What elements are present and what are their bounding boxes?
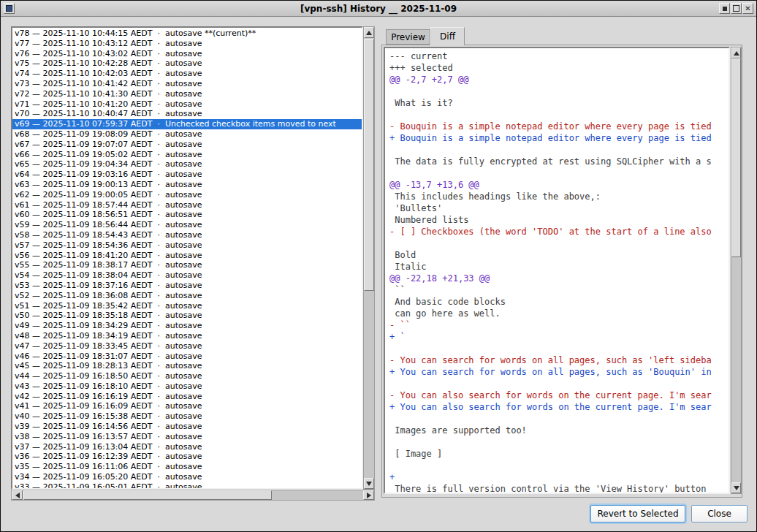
history-list-hscrollbar[interactable] [11, 490, 375, 501]
history-list-item[interactable]: v72 — 2025-11-10 10:41:30 AEDT · autosav… [12, 89, 362, 99]
diff-line-hunk: @@ -2,7 +2,7 @@ [389, 74, 727, 86]
diff-line-ctx: `` [389, 284, 727, 296]
diff-line-add: + You can also search for words on the c… [389, 401, 727, 413]
diff-line-blank [389, 144, 727, 156]
history-list-item[interactable]: v47 — 2025-11-09 18:33:45 AEDT · autosav… [12, 341, 362, 352]
history-list-item[interactable]: v39 — 2025-11-09 16:14:56 AEDT · autosav… [12, 422, 362, 432]
history-list-item[interactable]: v38 — 2025-11-09 16:13:57 AEDT · autosav… [12, 432, 362, 442]
minimize-icon [723, 7, 727, 11]
history-list-item[interactable]: v54 — 2025-11-09 18:38:04 AEDT · autosav… [12, 270, 362, 281]
history-list-item[interactable]: v34 — 2025-11-09 16:05:20 AEDT · autosav… [12, 472, 362, 482]
history-list-item[interactable]: v35 — 2025-11-09 16:11:06 AEDT · autosav… [12, 462, 362, 472]
history-list-item[interactable]: v36 — 2025-11-09 16:12:39 AEDT · autosav… [12, 452, 362, 462]
tab-diff-label: Diff [440, 31, 455, 42]
history-list-item[interactable]: v33 — 2025-11-09 16:05:01 AEDT · autosav… [12, 482, 362, 490]
diff-line-ctx: can go here as well. [389, 308, 727, 319]
diff-scroll-down-arrow[interactable] [731, 482, 741, 493]
history-list-item[interactable]: v73 — 2025-11-10 10:41:42 AEDT · autosav… [12, 79, 362, 89]
arrow-left-icon [15, 493, 20, 498]
history-list-item[interactable]: v65 — 2025-11-09 19:04:34 AEDT · autosav… [12, 159, 362, 170]
history-list-item[interactable]: v52 — 2025-11-09 18:36:08 AEDT · autosav… [12, 291, 362, 301]
diff-line-ctx: This includes headings like the above,: [389, 191, 727, 202]
scroll-left-arrow[interactable] [12, 490, 23, 500]
history-list-item[interactable]: v37 — 2025-11-09 16:13:04 AEDT · autosav… [12, 442, 362, 452]
diff-line-add: + [389, 471, 727, 483]
history-list-item[interactable]: v55 — 2025-11-09 18:38:17 AEDT · autosav… [12, 260, 362, 270]
diff-line-blank [389, 167, 727, 179]
history-list-item[interactable]: v76 — 2025-11-10 10:43:02 AEDT · autosav… [12, 49, 362, 59]
history-list-item[interactable]: v71 — 2025-11-10 10:41:20 AEDT · autosav… [12, 99, 362, 110]
diff-line-blank [389, 86, 727, 97]
history-list-item[interactable]: v77 — 2025-11-10 10:43:12 AEDT · autosav… [12, 39, 362, 49]
history-list-item[interactable]: v56 — 2025-11-09 18:41:20 AEDT · autosav… [12, 251, 362, 261]
diff-pane: --- current+++ selected@@ -2,7 +2,7 @@ W… [381, 45, 742, 498]
history-list-item[interactable]: v63 — 2025-11-09 19:00:13 AEDT · autosav… [12, 180, 362, 190]
history-list-item[interactable]: v41 — 2025-11-09 16:16:09 AEDT · autosav… [12, 401, 362, 411]
diff-line-blank [389, 343, 727, 354]
revert-to-selected-button[interactable]: Revert to Selected [590, 505, 685, 522]
history-list-item[interactable]: v46 — 2025-11-09 18:31:07 AEDT · autosav… [12, 352, 362, 362]
arrow-up-icon [734, 51, 739, 56]
history-list-item[interactable]: v42 — 2025-11-09 16:16:19 AEDT · autosav… [12, 392, 362, 402]
history-list-item[interactable]: v64 — 2025-11-09 19:03:16 AEDT · autosav… [12, 170, 362, 180]
history-list-vscrollbar-thumb[interactable] [364, 39, 374, 291]
diff-line-meta: +++ selected [389, 62, 727, 74]
arrow-right-icon [367, 493, 371, 498]
diff-line-blank [389, 413, 727, 425]
diff-line-hunk: @@ -22,18 +21,33 @@ [389, 273, 727, 284]
close-icon: ✕ [745, 5, 750, 12]
arrow-down-icon [734, 486, 739, 490]
history-list-item[interactable]: v74 — 2025-11-10 10:42:03 AEDT · autosav… [12, 69, 362, 79]
history-list-item[interactable]: v48 — 2025-11-09 18:34:19 AEDT · autosav… [12, 331, 362, 341]
titlebar-close-button[interactable]: ✕ [742, 3, 753, 14]
diff-line-blank [389, 378, 727, 390]
history-list-item[interactable]: v49 — 2025-11-09 18:34:29 AEDT · autosav… [12, 321, 362, 331]
diff-vscrollbar[interactable] [731, 47, 742, 494]
history-list-item[interactable]: v62 — 2025-11-09 19:00:05 AEDT · autosav… [12, 190, 362, 200]
diff-line-add: + You can search for words on all pages,… [389, 366, 727, 378]
diff-line-del: - You can also search for words on the c… [389, 390, 727, 401]
history-list-item[interactable]: v78 — 2025-11-10 10:44:15 AEDT · autosav… [12, 28, 362, 39]
history-list-item[interactable]: v61 — 2025-11-09 18:57:44 AEDT · autosav… [12, 200, 362, 210]
titlebar: [vpn-ssh] History __ 2025-11-09 ✕ [1, 1, 756, 17]
diff-line-ctx: What is it? [389, 97, 727, 109]
history-list[interactable]: v78 — 2025-11-10 10:44:15 AEDT · autosav… [11, 26, 363, 490]
tab-diff[interactable]: Diff [430, 27, 465, 45]
history-list-item[interactable]: v53 — 2025-11-09 18:37:16 AEDT · autosav… [12, 281, 362, 291]
history-list-item[interactable]: v69 — 2025-11-10 07:59:37 AEDT · Uncheck… [12, 119, 362, 129]
history-list-item[interactable]: v44 — 2025-11-09 16:18:50 AEDT · autosav… [12, 371, 362, 381]
history-list-hscrollbar-thumb[interactable] [23, 490, 272, 500]
history-list-item[interactable]: v70 — 2025-11-10 10:40:47 AEDT · autosav… [12, 109, 362, 119]
window-title: [vpn-ssh] History __ 2025-11-09 [1, 1, 756, 17]
arrow-up-icon [366, 31, 372, 35]
diff-line-del: - `` [389, 319, 727, 331]
close-button[interactable]: Close [691, 505, 748, 522]
history-list-item[interactable]: v45 — 2025-11-09 18:28:13 AEDT · autosav… [12, 361, 362, 371]
tab-preview[interactable]: Preview [386, 29, 430, 45]
history-list-item[interactable]: v66 — 2025-11-09 19:05:02 AEDT · autosav… [12, 150, 362, 160]
diff-line-blank [389, 109, 727, 121]
diff-line-ctx: Italic [389, 261, 727, 273]
history-list-item[interactable]: v50 — 2025-11-09 18:35:18 AEDT · autosav… [12, 311, 362, 321]
history-list-item[interactable]: v68 — 2025-11-09 19:08:09 AEDT · autosav… [12, 129, 362, 140]
scroll-down-arrow[interactable] [364, 478, 374, 489]
diff-text[interactable]: --- current+++ selected@@ -2,7 +2,7 @@ W… [384, 47, 730, 494]
history-list-item[interactable]: v75 — 2025-11-10 10:42:28 AEDT · autosav… [12, 58, 362, 69]
history-list-item[interactable]: v57 — 2025-11-09 18:54:36 AEDT · autosav… [12, 240, 362, 251]
maximize-button[interactable] [731, 3, 742, 14]
diff-scroll-up-arrow[interactable] [731, 48, 741, 58]
history-list-item[interactable]: v43 — 2025-11-09 16:18:10 AEDT · autosav… [12, 381, 362, 392]
history-list-item[interactable]: v58 — 2025-11-09 18:54:43 AEDT · autosav… [12, 230, 362, 240]
history-list-item[interactable]: v51 — 2025-11-09 18:35:42 AEDT · autosav… [12, 301, 362, 311]
history-list-item[interactable]: v67 — 2025-11-09 19:07:07 AEDT · autosav… [12, 140, 362, 150]
scroll-right-arrow[interactable] [363, 490, 374, 500]
history-list-item[interactable]: v60 — 2025-11-09 18:56:51 AEDT · autosav… [12, 210, 362, 220]
scroll-up-arrow[interactable] [364, 27, 374, 38]
window-menu-button[interactable] [4, 3, 15, 14]
diff-vscrollbar-thumb[interactable] [731, 58, 741, 257]
minimize-button[interactable] [719, 3, 730, 14]
history-list-item[interactable]: v40 — 2025-11-09 16:15:38 AEDT · autosav… [12, 411, 362, 422]
history-list-item[interactable]: v59 — 2025-11-09 18:56:44 AEDT · autosav… [12, 220, 362, 230]
diff-line-del: - You can search for words on all pages,… [389, 354, 727, 366]
history-list-vscrollbar[interactable] [363, 26, 375, 490]
